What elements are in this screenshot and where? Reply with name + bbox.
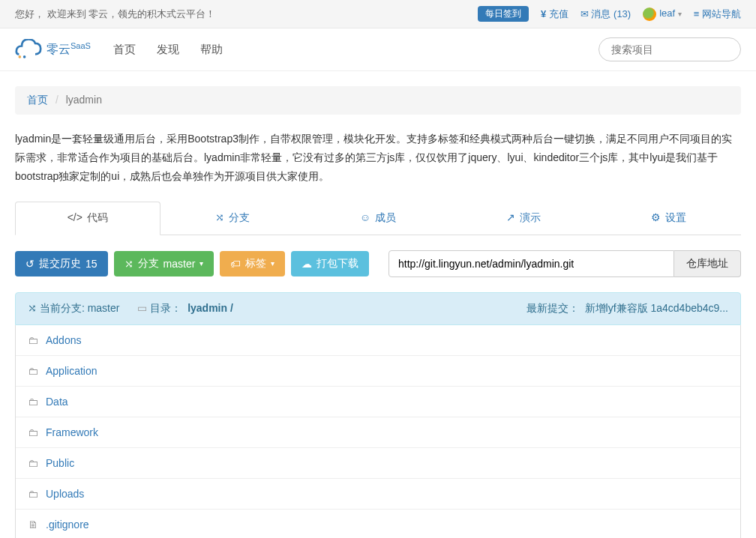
breadcrumb-home[interactable]: 首页 [27,94,48,106]
folder-icon: ▭ [137,302,147,314]
svg-point-1 [23,55,26,58]
menu-icon [694,8,700,19]
repo-header-left: ⤭ 当前分支: master ▭ 目录： lyadmin / [28,302,233,315]
topbar-right: 每日签到 充值 消息 (13) leaf ▾ 网站导航 [478,6,741,22]
latest-commit: 最新提交： 新增lyf兼容版 1a4cd4beb4c9... [526,302,728,315]
folder-icon: 🗀 [28,426,40,438]
tag-button[interactable]: 🏷 标签 ▾ [220,251,285,276]
file-row: 🗀Addons [16,325,740,356]
folder-icon: 🗀 [28,488,40,500]
demo-icon: ↗ [506,211,515,223]
file-link[interactable]: .gitignore [46,519,89,531]
chevron-down-icon: ▾ [678,10,682,18]
file-link[interactable]: Framework [46,426,98,438]
branch-button[interactable]: ⤭ 分支 master ▾ [114,251,214,276]
file-row: 🗀Uploads [16,479,740,510]
navbar-left: 零云SaaS 首页 发现 帮助 [15,39,223,60]
cloud-download-icon: ☁ [302,258,312,270]
svg-point-0 [19,55,22,58]
welcome-text: 您好， 欢迎来到 零云，领先的积木式云平台！ [15,7,215,21]
commit-hash-link[interactable]: 1a4cd4beb4c9... [650,302,728,314]
repo-header: ⤭ 当前分支: master ▭ 目录： lyadmin / 最新提交： 新增l… [15,292,741,325]
tab-demo[interactable]: ↗演示 [451,202,596,235]
tab-members[interactable]: ☺成员 [305,202,451,235]
file-link[interactable]: Addons [46,334,81,346]
tab-code[interactable]: </>代码 [15,202,160,235]
main-container: 首页 / lyadmin lyadmin是一套轻量级通用后台，采用Bootstr… [0,71,756,538]
file-row: 🗀Application [16,356,740,387]
repo-url-input[interactable] [388,250,674,277]
tab-settings[interactable]: ⚙设置 [596,202,741,235]
file-row: 🗎.gitignore [16,510,740,538]
path-link[interactable]: lyadmin / [188,302,233,314]
toolbar-right: 仓库地址 [388,250,741,277]
caret-down-icon: ▾ [271,259,274,268]
file-link[interactable]: Application [46,365,98,377]
cloud-icon [15,39,42,60]
branch-icon: ⤭ [215,211,224,223]
current-branch: ⤭ 当前分支: master [28,302,119,315]
avatar [643,7,656,21]
breadcrumb: 首页 / lyadmin [15,86,741,115]
search-input[interactable] [598,37,741,61]
caret-down-icon: ▾ [200,259,203,268]
download-button[interactable]: ☁ 打包下载 [291,251,369,276]
nav-discover[interactable]: 发现 [157,43,179,57]
file-row: 🗀Framework [16,417,740,448]
gear-icon: ⚙ [651,211,661,223]
nav-home[interactable]: 首页 [113,43,136,57]
code-icon: </> [68,211,82,223]
file-link[interactable]: Uploads [46,488,84,500]
logo[interactable]: 零云SaaS [15,39,91,60]
members-icon: ☺ [360,211,370,223]
project-description: lyadmin是一套轻量级通用后台，采用Bootstrap3制作，自带权限管理，… [15,130,741,187]
tag-icon: 🏷 [230,258,241,270]
directory-path: ▭ 目录： lyadmin / [137,302,232,315]
folder-icon: 🗀 [28,334,40,346]
nav-links: 首页 发现 帮助 [113,43,223,57]
folder-icon: 🗀 [28,457,40,469]
messages-link[interactable]: 消息 (13) [580,7,631,21]
breadcrumb-current: lyadmin [66,94,102,106]
branch-icon: ⤭ [124,258,134,270]
topbar: 您好， 欢迎来到 零云，领先的积木式云平台！ 每日签到 充值 消息 (13) l… [0,0,756,28]
file-link[interactable]: Public [46,457,74,469]
yen-icon [541,8,546,19]
history-icon: ↺ [26,258,34,270]
sitemap-link[interactable]: 网站导航 [694,7,741,21]
file-list: 🗀Addons🗀Application🗀Data🗀Framework🗀Publi… [15,325,741,538]
file-icon: 🗎 [28,519,40,531]
toolbar-left: ↺ 提交历史 15 ⤭ 分支 master ▾ 🏷 标签 ▾ ☁ 打包下载 [15,251,369,276]
folder-icon: 🗀 [28,365,40,377]
file-row: 🗀Public [16,448,740,479]
navbar: 零云SaaS 首页 发现 帮助 [0,28,756,71]
folder-icon: 🗀 [28,396,40,408]
envelope-icon [580,8,589,19]
file-link[interactable]: Data [46,396,68,408]
history-button[interactable]: ↺ 提交历史 15 [15,251,108,276]
checkin-button[interactable]: 每日签到 [478,6,529,22]
nav-help[interactable]: 帮助 [200,43,223,57]
branch-icon: ⤭ [28,302,37,314]
tabs: </>代码 ⤭分支 ☺成员 ↗演示 ⚙设置 [15,202,741,235]
recharge-link[interactable]: 充值 [541,7,568,21]
repo-url-button[interactable]: 仓库地址 [674,250,741,277]
user-menu[interactable]: leaf ▾ [643,7,682,21]
tab-branch[interactable]: ⤭分支 [160,202,306,235]
file-row: 🗀Data [16,387,740,417]
toolbar: ↺ 提交历史 15 ⤭ 分支 master ▾ 🏷 标签 ▾ ☁ 打包下载 仓库… [15,250,741,277]
commit-msg-link[interactable]: 新增lyf兼容版 [585,302,648,314]
